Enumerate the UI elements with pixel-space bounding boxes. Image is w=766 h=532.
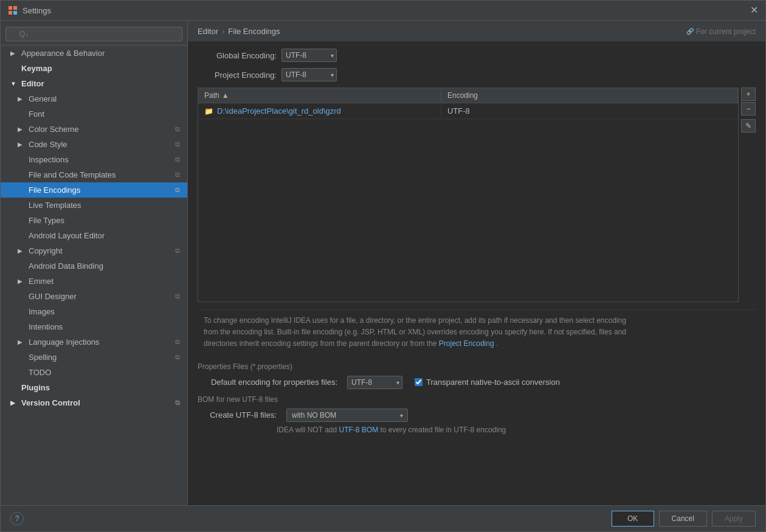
sidebar-item-label: Android Data Binding: [29, 261, 103, 271]
sidebar-item-todo[interactable]: TODO: [1, 365, 187, 380]
sidebar-item-file-encodings[interactable]: File Encodings ⧉: [1, 182, 187, 198]
hint-text2: from the encoding list. Built-in file en…: [204, 328, 626, 336]
title-bar-left: Settings: [8, 5, 51, 15]
expand-icon: ▶: [18, 339, 25, 345]
row-path: 📁 D:\ideaProjectPlace\git_rd_old\gzrd: [198, 104, 441, 118]
sidebar-item-label: GUI Designer: [29, 292, 77, 301]
main-content: Editor › File Encodings 🔗 For current pr…: [188, 21, 765, 505]
copy-icon: ⧉: [175, 186, 180, 194]
sidebar-item-live-templates[interactable]: Live Templates: [1, 198, 187, 213]
expand-placeholder: [18, 217, 25, 224]
expand-icon: ▶: [18, 247, 25, 254]
sidebar-item-label: TODO: [29, 368, 51, 377]
sidebar-item-font[interactable]: Font: [1, 106, 187, 122]
utf8-bom-link[interactable]: UTF-8 BOM: [339, 426, 379, 434]
project-encoding-select[interactable]: UTF-8 ISO-8859-1: [281, 68, 337, 81]
sidebar-item-language-injections[interactable]: ▶ Language Injections ⧉: [1, 334, 187, 350]
expand-placeholder: [18, 369, 25, 376]
sidebar-item-gui-designer[interactable]: GUI Designer ⧉: [1, 289, 187, 304]
edit-encoding-button[interactable]: ✎: [741, 119, 756, 133]
sort-arrow-icon: ▲: [222, 91, 229, 100]
copy-icon: ⧉: [175, 156, 180, 164]
sidebar-item-inspections[interactable]: Inspections ⧉: [1, 152, 187, 167]
main-header: Editor › File Encodings 🔗 For current pr…: [188, 21, 765, 41]
sidebar-item-color-scheme[interactable]: ▶ Color Scheme ⧉: [1, 122, 187, 137]
table-outer: Path ▲ Encoding 📁 D:\ideaProj: [198, 88, 739, 309]
expand-placeholder: [18, 187, 25, 193]
sidebar-item-keymap[interactable]: Keymap: [1, 61, 187, 76]
sidebar-item-label: Spelling: [29, 353, 57, 362]
search-input[interactable]: [5, 27, 182, 41]
sidebar-item-label: Editor: [21, 79, 44, 88]
sidebar-item-plugins[interactable]: Plugins: [1, 380, 187, 395]
breadcrumb-current: File Encodings: [228, 27, 280, 36]
sidebar-item-copyright[interactable]: ▶ Copyright ⧉: [1, 243, 187, 258]
help-button[interactable]: ?: [10, 512, 24, 525]
sidebar-item-appearance[interactable]: ▶ Appearance & Behavior: [1, 46, 187, 61]
bom-link-text: UTF-8 BOM: [339, 426, 379, 434]
sidebar-item-spelling[interactable]: Spelling ⧉: [1, 350, 187, 365]
expand-placeholder: [18, 232, 25, 239]
apply-button[interactable]: Apply: [712, 511, 756, 527]
sidebar-item-android-layout[interactable]: Android Layout Editor: [1, 228, 187, 243]
sidebar-item-editor[interactable]: ▼ Editor: [1, 76, 187, 91]
sidebar-item-label: Plugins: [21, 383, 50, 392]
sidebar-item-label: File Encodings: [29, 185, 80, 195]
sidebar-item-version-control[interactable]: ▶ Version Control ⧉: [1, 395, 187, 410]
for-project-label: For current project: [696, 27, 756, 36]
project-encoding-link[interactable]: Project Encoding: [439, 339, 494, 348]
expand-icon: ▶: [10, 50, 18, 57]
add-encoding-button[interactable]: +: [741, 88, 756, 101]
expand-icon: ▼: [10, 80, 18, 87]
settings-dialog: Settings ✕ ▶ Appearance & Behavior Keyma…: [0, 0, 766, 532]
dialog-body: ▶ Appearance & Behavior Keymap ▼ Editor …: [1, 21, 765, 505]
bom-hint1: IDEA will NOT add: [277, 426, 337, 434]
footer-left: ?: [10, 512, 24, 525]
table-row[interactable]: 📁 D:\ideaProjectPlace\git_rd_old\gzrd UT…: [198, 103, 738, 119]
expand-icon: ▶: [18, 278, 25, 285]
expand-icon: ▶: [18, 141, 25, 148]
copy-icon: ⧉: [175, 140, 180, 148]
link-icon: 🔗: [686, 28, 694, 35]
bom-row: Create UTF-8 files: with NO BOM with BOM: [198, 409, 756, 422]
encoding-value: UTF-8: [447, 106, 470, 116]
breadcrumb-sep: ›: [222, 27, 224, 36]
close-button[interactable]: ✕: [750, 5, 758, 15]
copy-icon: ⧉: [175, 399, 180, 407]
props-encoding-select[interactable]: UTF-8 ISO-8859-1: [347, 376, 402, 389]
properties-section: Properties Files (*.properties) Default …: [198, 362, 756, 389]
bom-section-title: BOM for new UTF-8 files: [198, 395, 756, 404]
sidebar-item-android-data[interactable]: Android Data Binding: [1, 258, 187, 274]
hint-text4: .: [496, 339, 498, 348]
sidebar-item-images[interactable]: Images: [1, 304, 187, 319]
remove-encoding-button[interactable]: −: [741, 102, 756, 116]
title-bar: Settings ✕: [1, 1, 765, 21]
sidebar-item-code-style[interactable]: ▶ Code Style ⧉: [1, 137, 187, 152]
sidebar-item-label: Appearance & Behavior: [21, 49, 105, 58]
sidebar-item-file-code-templates[interactable]: File and Code Templates ⧉: [1, 167, 187, 182]
table-right-buttons: + − ✎: [741, 88, 756, 133]
for-project-link[interactable]: 🔗 For current project: [686, 27, 756, 36]
sidebar-item-label: Color Scheme: [29, 125, 78, 134]
sidebar-item-general[interactable]: ▶ General: [1, 91, 187, 106]
expand-icon: ▶: [10, 399, 18, 406]
breadcrumb-parent: Editor: [198, 27, 218, 36]
expand-placeholder: [18, 263, 25, 269]
table-empty-area: [198, 119, 738, 302]
bom-select[interactable]: with NO BOM with BOM: [286, 409, 408, 422]
sidebar-item-intentions[interactable]: Intentions: [1, 319, 187, 334]
sidebar-item-file-types[interactable]: File Types: [1, 213, 187, 228]
sidebar-item-label: Intentions: [29, 322, 63, 331]
ok-button[interactable]: OK: [612, 511, 654, 527]
expand-placeholder: [18, 156, 25, 163]
cancel-button[interactable]: Cancel: [659, 511, 707, 527]
table-area-wrapper: Path ▲ Encoding 📁 D:\ideaProj: [198, 88, 756, 309]
global-encoding-select[interactable]: UTF-8 ISO-8859-1: [281, 49, 337, 62]
expand-icon: ▶: [18, 126, 25, 133]
transparent-checkbox[interactable]: [415, 378, 423, 386]
sidebar-item-emmet[interactable]: ▶ Emmet: [1, 274, 187, 289]
transparent-wrapper: Transparent native-to-ascii conversion: [415, 378, 560, 387]
bom-select-wrapper: with NO BOM with BOM: [286, 409, 408, 422]
expand-placeholder: [18, 111, 25, 117]
svg-rect-2: [9, 11, 12, 15]
